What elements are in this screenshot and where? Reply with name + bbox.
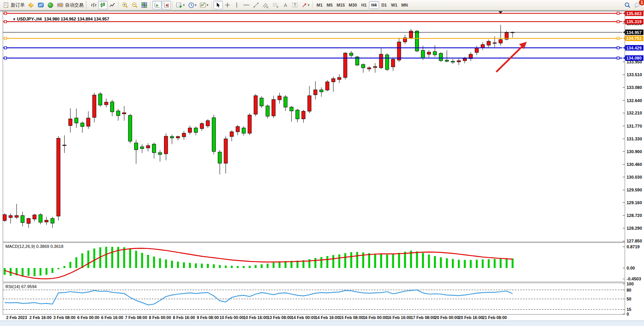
line-handle[interactable] [617, 20, 619, 23]
macd-bar [207, 264, 209, 268]
horizontal-line-tool-button[interactable] [241, 1, 251, 9]
zoom-out-icon [132, 2, 138, 9]
cursor-tool-button[interactable] [214, 1, 223, 9]
bear-candle [421, 50, 425, 58]
bear-candle [319, 90, 323, 92]
svg-text:135.603: 135.603 [626, 11, 642, 16]
timeframe-H1[interactable]: H1 [359, 1, 369, 9]
macd-bar [338, 254, 340, 268]
line-handle[interactable] [617, 47, 619, 49]
data-window-button[interactable] [36, 1, 46, 9]
price-badge-134.429: 134.429 [623, 45, 644, 51]
bear-candle [218, 152, 222, 163]
price-badge-134.957: 134.957 [623, 29, 644, 35]
indicators-icon [176, 2, 183, 8]
bull-candle [331, 79, 335, 82]
bull-candle [481, 44, 485, 48]
periods-button[interactable]: ▾ [186, 1, 198, 9]
timeframe-D1[interactable]: D1 [379, 1, 389, 9]
macd-bar [153, 256, 155, 268]
svg-text:T: T [294, 3, 296, 7]
bear-candle [194, 128, 198, 132]
chart-window: 135.250133.950133.510133.080132.640132.2… [0, 11, 644, 321]
arrow-shapes-icon [301, 2, 307, 8]
bar-chart-button[interactable] [89, 1, 98, 9]
chart-shift-button[interactable] [162, 1, 171, 9]
bull-candle [33, 215, 36, 219]
bear-candle [51, 218, 54, 223]
bear-candle [445, 60, 449, 61]
macd-bar [111, 247, 113, 268]
svg-text:134.751: 134.751 [626, 36, 642, 41]
zoom-in-button[interactable] [120, 1, 130, 9]
crosshair-tool-button[interactable] [223, 1, 232, 9]
macd-bar [398, 253, 400, 268]
bull-candle [57, 138, 60, 216]
macd-bar [34, 268, 36, 276]
timeframe-MN[interactable]: MN [399, 1, 410, 9]
trendline-tool-button[interactable] [251, 1, 261, 9]
macd-bar [243, 266, 245, 268]
line-handle[interactable] [617, 57, 619, 59]
templates-button[interactable]: ▾ [198, 1, 210, 9]
market-watch-button[interactable] [26, 1, 36, 9]
macd-bar [123, 247, 125, 268]
bull-candle [307, 96, 311, 111]
timeframe-M15[interactable]: M15 [335, 1, 347, 9]
search-button[interactable] [623, 1, 632, 9]
vertical-line-tool-button[interactable] [232, 1, 241, 9]
timeframe-W1[interactable]: W1 [389, 1, 400, 9]
macd-bar [470, 260, 472, 268]
toolbar-separator [118, 1, 119, 9]
tile-windows-button[interactable] [140, 1, 149, 9]
navigator-button[interactable] [46, 1, 55, 9]
rsi-axis-label: 50 [627, 297, 631, 301]
bull-candle [326, 82, 329, 90]
arrows-tool-button[interactable]: ▾ [300, 1, 311, 9]
line-handle[interactable] [4, 37, 7, 39]
bull-candle [182, 133, 186, 137]
macd-bar [177, 262, 179, 268]
line-handle[interactable] [4, 47, 7, 49]
line-handle[interactable] [617, 37, 619, 39]
macd-bar [201, 264, 203, 268]
line-chart-button[interactable] [108, 1, 117, 9]
macd-bar [488, 259, 490, 268]
chevron-down-icon: ▾ [195, 3, 197, 7]
indicators-button[interactable]: ▾ [174, 1, 186, 9]
macd-bar [380, 254, 382, 268]
price-axis[interactable]: 135.250133.950133.510133.080132.640132.2… [623, 21, 642, 243]
fibonacci-tool-button[interactable]: F [271, 1, 281, 9]
bar-chart-icon [91, 2, 97, 8]
notifications-button[interactable]: 1 [632, 1, 642, 9]
main-panel [3, 11, 625, 242]
symbol-dropdown-arrow[interactable]: ▼ [12, 17, 17, 21]
new-order-button[interactable]: 新订单 [2, 1, 26, 9]
timeframe-H4[interactable]: H4 [369, 1, 379, 9]
chevron-down-icon: ▾ [183, 3, 185, 7]
text-tool-button[interactable]: A [281, 1, 290, 9]
time-tick-label: 6 Feb 16:00 [101, 315, 123, 320]
text-label-tool-button[interactable]: T [290, 1, 300, 9]
bull-candle [314, 90, 317, 95]
bull-candle [278, 96, 281, 100]
timeframe-M30[interactable]: M30 [347, 1, 359, 9]
trading-terminal-window: 新订单 自动交易 [0, 0, 644, 326]
time-tick-label: 3 Feb 08:00 [53, 315, 75, 320]
ohlc-values: 134.980 134.962 134.894 134.957 [44, 17, 109, 21]
zoom-out-button[interactable] [130, 1, 140, 9]
svg-text:134.957: 134.957 [626, 30, 642, 35]
macd-bar [278, 262, 280, 268]
auto-trading-button[interactable]: 自动交易 [55, 1, 85, 9]
equidistant-channel-tool-button[interactable]: E [261, 1, 271, 9]
time-axis[interactable]: 2 Feb 20232 Feb 16:003 Feb 08:006 Feb 00… [6, 315, 507, 320]
macd-bar [58, 268, 60, 269]
line-handle[interactable] [617, 12, 619, 14]
bull-candle [27, 218, 30, 224]
candlestick-chart-button[interactable] [98, 1, 108, 9]
auto-scroll-button[interactable] [152, 1, 162, 9]
chart-canvas[interactable]: 135.250133.950133.510133.080132.640132.2… [0, 11, 644, 321]
line-handle[interactable] [4, 57, 7, 59]
timeframe-M5[interactable]: M5 [325, 1, 335, 9]
timeframe-M1[interactable]: M1 [314, 1, 325, 9]
